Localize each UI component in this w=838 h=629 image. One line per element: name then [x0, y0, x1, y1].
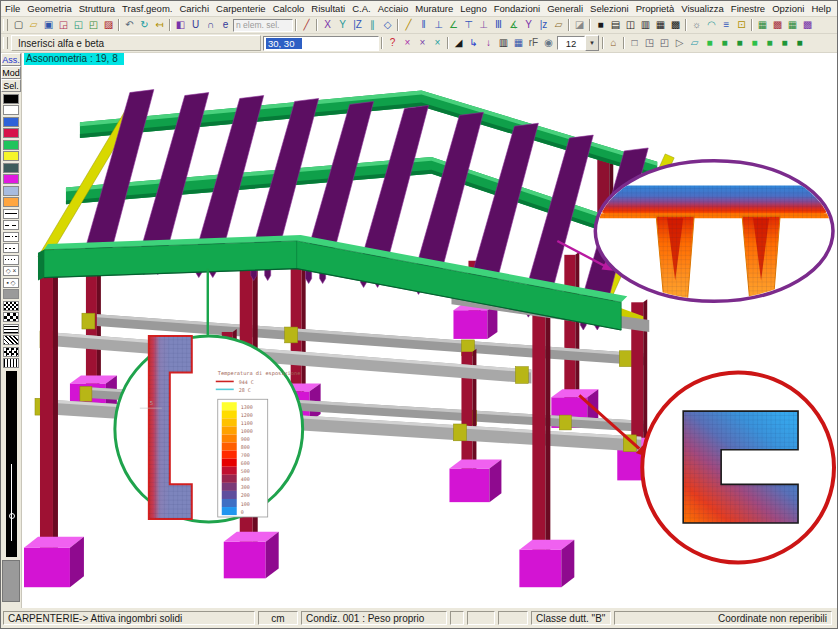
measure-angle-icon[interactable]: ∡ [506, 18, 521, 32]
swatch-darkslate[interactable] [3, 163, 19, 173]
y-select-icon[interactable]: Y [521, 18, 536, 32]
solid-edge-cube-icon[interactable]: ◰ [657, 36, 672, 50]
layout-grid-icon[interactable]: ▥ [638, 18, 653, 32]
menu-item[interactable]: Calcolo [272, 3, 306, 14]
step-back-icon[interactable]: ↤ [152, 18, 167, 32]
tab-modello[interactable]: Mod [1, 66, 21, 79]
dropdown-arrow-icon[interactable]: ▼ [585, 35, 599, 51]
thickness-knob[interactable] [9, 513, 15, 519]
mesh-green2-icon[interactable]: ▦ [785, 18, 800, 32]
render-cube-icon[interactable]: ■ [792, 36, 807, 50]
cut-plane-icon[interactable]: ▱ [687, 36, 702, 50]
shaded-cube-icon[interactable]: ■ [717, 36, 732, 50]
parallel-icon[interactable]: ‖ [416, 18, 431, 32]
menu-item[interactable]: Murature [414, 3, 454, 14]
lock-icon[interactable]: ⊡ [734, 18, 749, 32]
mesh-red-icon[interactable]: ▩ [770, 18, 785, 32]
intersect-selection-icon[interactable]: ∩ [203, 18, 218, 32]
diamond-snap-icon[interactable]: ◇ [380, 18, 395, 32]
draw-line-icon[interactable]: ╱ [299, 18, 314, 32]
render-options-icon[interactable]: ◉ [541, 36, 556, 50]
move-node-icon[interactable]: × [400, 36, 415, 50]
axonometry-home-icon[interactable]: ⌂ [606, 36, 621, 50]
textured-cube-icon[interactable]: ■ [732, 36, 747, 50]
pattern-hlines[interactable] [3, 324, 19, 334]
region-icon[interactable]: ▱ [551, 18, 566, 32]
save-model-icon[interactable]: ▣ [41, 18, 56, 32]
section-fill-icon[interactable]: ▥ [496, 36, 511, 50]
menu-item[interactable]: Acciaio [377, 3, 410, 14]
swatch-lightsteel[interactable] [3, 186, 19, 196]
mesh-green-icon[interactable]: ▦ [755, 18, 770, 32]
menu-item[interactable]: Generali [546, 3, 584, 14]
settings-gear-icon[interactable]: ☼ [689, 18, 704, 32]
mesh-purple-icon[interactable]: ▩ [800, 18, 815, 32]
menu-item[interactable]: Struttura [78, 3, 116, 14]
previous-selection-icon[interactable]: e [218, 18, 233, 32]
swatch-black[interactable] [3, 94, 19, 104]
offset-icon[interactable]: ⊥ [476, 18, 491, 32]
new-model-icon[interactable]: ▢ [11, 18, 26, 32]
menu-item[interactable]: Risultati [310, 3, 346, 14]
local-cube-icon[interactable]: ■ [777, 36, 792, 50]
layout-columns-icon[interactable]: ◫ [623, 18, 638, 32]
wireframe-cube-icon[interactable]: □ [627, 36, 642, 50]
split-element-icon[interactable]: × [415, 36, 430, 50]
selection-window-icon[interactable]: ◧ [173, 18, 188, 32]
layout-single-icon[interactable]: ■ [593, 18, 608, 32]
refresh-icon[interactable]: ↻ [137, 18, 152, 32]
export-model-icon[interactable]: ◱ [71, 18, 86, 32]
z-axis-icon[interactable]: |Z [350, 18, 365, 32]
section-colors-icon[interactable]: ▦ [511, 36, 526, 50]
delete-model-icon[interactable]: ▨ [101, 18, 116, 32]
union-selection-icon[interactable]: U [188, 18, 203, 32]
menu-item[interactable]: Legno [459, 3, 487, 14]
eraser-icon[interactable]: ◪ [572, 18, 587, 32]
pattern-solid-gray[interactable] [3, 289, 19, 299]
solid-cube-icon[interactable]: ■ [702, 36, 717, 50]
menu-item[interactable]: Trasf.geom. [121, 3, 173, 14]
menu-item[interactable]: Finestre [730, 3, 766, 14]
line-thickness-selector[interactable] [6, 371, 17, 557]
local-axes-icon[interactable]: ↳ [466, 36, 481, 50]
menu-item[interactable]: Carpenterie [215, 3, 267, 14]
pattern-checker-mid[interactable] [3, 347, 19, 357]
swatch-orange[interactable] [3, 197, 19, 207]
tab-assonometria[interactable]: Ass. [1, 53, 21, 66]
font-size-dropdown[interactable]: 12 ▼ [557, 35, 599, 51]
insert-load-icon[interactable]: ↓ [481, 36, 496, 50]
menu-item[interactable]: C.A. [351, 3, 371, 14]
model-viewport[interactable]: Assonometria : 19, 8 [22, 53, 837, 608]
axes-cube-icon[interactable]: ■ [762, 36, 777, 50]
layout-quad-icon[interactable]: ▩ [668, 18, 683, 32]
layout-mixed-icon[interactable]: ▦ [653, 18, 668, 32]
parallel-snap-icon[interactable]: ∥ [365, 18, 380, 32]
query-id-icon[interactable]: ? [385, 36, 400, 50]
shaded-view-icon[interactable]: ◢ [451, 36, 466, 50]
model-canvas[interactable]: 5 Temperatura di esposizione 944 C 28 C … [22, 53, 837, 608]
menu-item[interactable]: Geometria [26, 3, 72, 14]
linestyle-dashed[interactable] [3, 220, 19, 230]
pattern-diagonal[interactable] [3, 335, 19, 345]
open-model-icon[interactable]: ▱ [26, 18, 41, 32]
alpha-beta-input[interactable]: 30, 30 [263, 36, 379, 51]
merge-model-icon[interactable]: ◰ [86, 18, 101, 32]
angle-icon[interactable]: ∠ [446, 18, 461, 32]
menu-item[interactable]: Carichi [178, 3, 210, 14]
toolbar-grip[interactable] [3, 37, 8, 49]
y-axis-icon[interactable]: Y [335, 18, 350, 32]
pattern-vlines[interactable] [3, 358, 19, 368]
linestyle-finedot[interactable] [3, 255, 19, 265]
menu-item[interactable]: Selezioni [589, 3, 630, 14]
arrows-cube-icon[interactable]: ■ [747, 36, 762, 50]
undo-icon[interactable]: ↶ [122, 18, 137, 32]
menu-item[interactable]: Fondazioni [493, 3, 541, 14]
linestyle-dotted[interactable] [3, 243, 19, 253]
symbols-square-diamond[interactable]: ▪ ◇ [3, 278, 19, 288]
curve-icon[interactable]: ◠ [704, 18, 719, 32]
swatch-crimson[interactable] [3, 128, 19, 138]
perpendicular-icon[interactable]: ⊥ [431, 18, 446, 32]
symbols-diamond-cross[interactable]: ◇ × [3, 266, 19, 276]
pattern-checker-coarse[interactable] [3, 312, 19, 322]
layout-rows-icon[interactable]: ▤ [608, 18, 623, 32]
